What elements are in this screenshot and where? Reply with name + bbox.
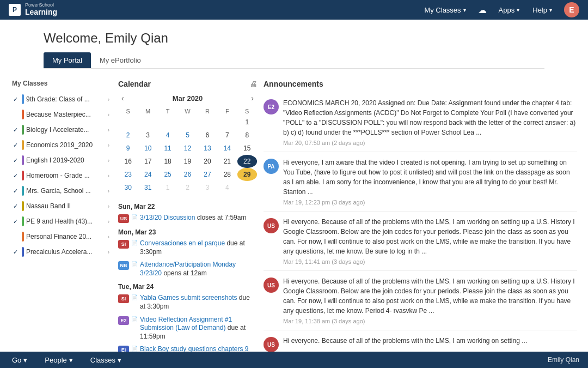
calendar-day[interactable]: 12 xyxy=(177,142,197,155)
sidebar-item-class[interactable]: ✓ Economics 2019_2020 › xyxy=(11,137,112,153)
calendar-day[interactable]: 24 xyxy=(138,168,157,181)
calendar-day[interactable]: 26 xyxy=(177,168,197,181)
calendar-day xyxy=(158,116,177,129)
class-name: Precalculus Accelera... xyxy=(26,248,106,256)
chevron-down-icon: ▾ xyxy=(118,356,121,364)
event-text: Yabla Games submit screenshots due at 3:… xyxy=(140,294,257,311)
class-check-icon: ✓ xyxy=(13,188,20,195)
calendar-day[interactable]: 27 xyxy=(198,168,217,181)
bottom-user: Emily Qian xyxy=(548,356,579,364)
sidebar-item-class[interactable]: Because Masterpiec... › xyxy=(11,107,112,122)
calendar-day[interactable]: 11 xyxy=(158,142,177,155)
calendar-day[interactable]: 2 xyxy=(177,181,197,194)
calendar-day[interactable]: 13 xyxy=(198,142,217,155)
calendar-day[interactable]: 19 xyxy=(177,155,197,168)
calendar-day[interactable]: 16 xyxy=(118,155,138,168)
document-icon: 📄 xyxy=(131,316,138,322)
calendar-day[interactable]: 3 xyxy=(138,129,157,142)
sidebar-item-class[interactable]: ✓ 9th Grade: Class of ... › xyxy=(11,92,112,107)
sidebar-item-class[interactable]: ✓ English I 2019-2020 › xyxy=(11,153,112,168)
sidebar-item-class[interactable]: ✓ Nassau Band II › xyxy=(11,198,112,214)
brand-logo[interactable]: P PowerSchool Learning xyxy=(9,3,57,16)
print-icon[interactable]: 🖨 xyxy=(249,80,257,88)
cloud-nav[interactable]: ☁ xyxy=(474,3,491,17)
class-name: Personal Finance 20... xyxy=(26,233,106,240)
event-link[interactable]: Attendance/Participation Monday 3/23/20 xyxy=(140,261,236,277)
three-column-layout: My Classes ✓ 9th Grade: Class of ... › B… xyxy=(0,74,588,352)
calendar-day[interactable]: 14 xyxy=(217,142,237,155)
sidebar-item-class[interactable]: Personal Finance 20... › xyxy=(11,229,112,244)
calendar-day[interactable]: 23 xyxy=(118,168,138,181)
event-badge: E2 xyxy=(118,316,129,325)
calendar-prev-button[interactable]: ‹ xyxy=(118,93,127,104)
announcement-item: USHi everyone. Because of all of the pro… xyxy=(264,330,577,352)
tab-my-portal[interactable]: My Portal xyxy=(44,52,91,68)
class-name: PE 9 and Health (43)... xyxy=(26,218,106,225)
my-classes-nav[interactable]: My Classes ▾ xyxy=(419,4,471,16)
calendar-day[interactable]: 6 xyxy=(198,129,217,142)
chevron-down-icon: ▾ xyxy=(463,7,466,13)
calendar-heading: Calendar xyxy=(118,80,151,88)
calendar-next-button[interactable]: › xyxy=(248,93,257,104)
calendar-day[interactable]: 4 xyxy=(217,181,237,194)
class-color-bar xyxy=(22,232,24,242)
sidebar-item-class[interactable]: ✓ Homeroom - Grade ... › xyxy=(11,168,112,183)
event-link[interactable]: Video Reflection Assignment #1 Submissio… xyxy=(140,316,232,332)
tab-my-eportfolio[interactable]: My ePortfolio xyxy=(91,52,150,68)
calendar-day[interactable]: 18 xyxy=(158,155,177,168)
calendar-day[interactable]: 5 xyxy=(177,129,197,142)
calendar-day[interactable]: 4 xyxy=(158,129,177,142)
calendar-day[interactable]: 8 xyxy=(237,129,257,142)
calendar-day[interactable]: 25 xyxy=(158,168,177,181)
sidebar-item-class[interactable]: ✓ Precalculus Accelera... › xyxy=(11,244,112,260)
calendar-day[interactable]: 31 xyxy=(138,181,157,194)
go-button[interactable]: Go ▾ xyxy=(9,355,30,365)
calendar-day[interactable]: 2 xyxy=(118,129,138,142)
calendar-section: Calendar 🖨 ‹ Mar 2020 › SMTWRFS 12345678… xyxy=(118,80,257,352)
announcement-time: Mar 19, 11:41 am (3 days ago) xyxy=(283,258,577,265)
calendar-widget: ‹ Mar 2020 › SMTWRFS 1234567891011121314… xyxy=(118,93,257,194)
page-title: Welcome, Emily Qian xyxy=(44,31,544,46)
class-color-bar xyxy=(22,155,24,165)
calendar-day[interactable]: 9 xyxy=(118,142,138,155)
calendar-day[interactable]: 22 xyxy=(237,155,257,168)
classes-button[interactable]: Classes ▾ xyxy=(87,355,125,365)
calendar-day-header: Mon, Mar 23 xyxy=(118,228,257,236)
event-link[interactable]: Conversaciones en el parque xyxy=(140,239,225,247)
announcements-list: E2ECONOMICS MARCH 20, 2020 Assigned on: … xyxy=(264,93,577,352)
event-link[interactable]: 3/13/20 Discussion xyxy=(140,214,195,221)
calendar-day[interactable]: 1 xyxy=(237,116,257,129)
calendar-day[interactable]: 3 xyxy=(198,181,217,194)
people-button[interactable]: People ▾ xyxy=(41,355,76,365)
sidebar-item-class[interactable]: ✓ Mrs. Garcia, School ... › xyxy=(11,183,112,198)
chevron-right-icon: › xyxy=(108,96,109,102)
help-nav[interactable]: Help ▾ xyxy=(527,4,558,16)
chevron-right-icon: › xyxy=(108,127,109,133)
announcement-avatar: US xyxy=(264,277,279,293)
bottom-bar: Go ▾ People ▾ Classes ▾ Emily Qian xyxy=(0,352,588,368)
brand-sub: PowerSchool xyxy=(25,3,57,8)
sidebar-item-class[interactable]: ✓ Biology I Accelerate... › xyxy=(11,122,112,137)
calendar-day[interactable]: 20 xyxy=(198,155,217,168)
calendar-day[interactable]: 28 xyxy=(217,168,237,181)
calendar-day[interactable]: 21 xyxy=(217,155,237,168)
calendar-day xyxy=(177,116,197,129)
calendar-day[interactable]: 30 xyxy=(118,181,138,194)
user-avatar[interactable]: E xyxy=(564,2,579,17)
event-link[interactable]: Yabla Games submit screenshots xyxy=(140,294,237,301)
calendar-day[interactable]: 10 xyxy=(138,142,157,155)
class-name: Because Masterpiec... xyxy=(26,111,106,118)
class-color-bar xyxy=(22,186,24,196)
calendar-day[interactable]: 29 xyxy=(237,168,257,181)
calendar-day[interactable]: 17 xyxy=(138,155,157,168)
announcement-text: Hi everyone, I am aware that the video I… xyxy=(283,158,577,197)
calendar-day[interactable]: 1 xyxy=(158,181,177,194)
apps-nav[interactable]: Apps ▾ xyxy=(493,4,525,16)
calendar-day[interactable]: 15 xyxy=(237,142,257,155)
welcome-section: Welcome, Emily Qian My Portal My ePortfo… xyxy=(0,20,588,74)
announcement-text: ECONOMICS MARCH 20, 2020 Assigned on: Du… xyxy=(283,98,577,137)
class-check-icon: ✓ xyxy=(13,203,20,210)
calendar-day[interactable]: 7 xyxy=(217,129,237,142)
sidebar-item-class[interactable]: ✓ PE 9 and Health (43)... › xyxy=(11,214,112,229)
event-link[interactable]: Black Boy study questions chapters 9 and… xyxy=(140,345,248,352)
